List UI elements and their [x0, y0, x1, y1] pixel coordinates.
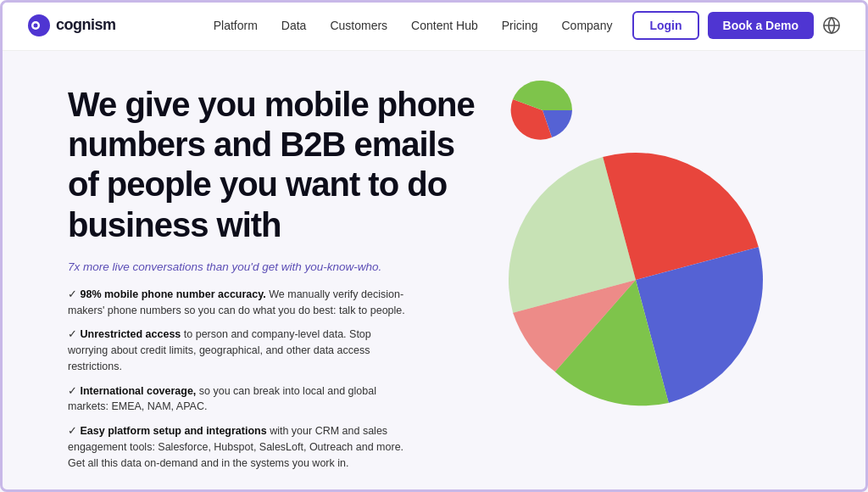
feature-item-4: ✓ Easy platform setup and integrations w…: [68, 423, 407, 471]
hero-tagline: 7x more live conversations than you'd ge…: [68, 260, 475, 273]
nav-actions: Login Book a Demo: [632, 11, 841, 40]
feature-bold-3: International coverage,: [80, 385, 196, 397]
feature-item-1: ✓ 98% mobile phone number accuracy. We m…: [68, 287, 407, 319]
main-content: We give you mobile phone numbers and B2B…: [0, 51, 868, 492]
tagline-text: 7x more live conversations than you'd ge…: [68, 260, 381, 273]
feature-bold-2: Unrestricted access: [80, 328, 181, 340]
nav-item-company[interactable]: Company: [562, 18, 613, 33]
nav-link-platform[interactable]: Platform: [214, 19, 258, 32]
feature-checkmark-1: ✓: [68, 288, 80, 300]
nav-link-content-hub[interactable]: Content Hub: [411, 19, 478, 32]
nav-links: Platform Data Customers Content Hub Pric…: [214, 18, 613, 33]
page-wrapper: cognism Platform Data Customers Content …: [0, 0, 868, 492]
large-decorative-shape: [459, 103, 812, 456]
nav-link-pricing[interactable]: Pricing: [502, 19, 538, 32]
nav-link-company[interactable]: Company: [562, 19, 613, 32]
right-decorative-area: [475, 85, 817, 492]
logo-icon: [27, 14, 51, 37]
svg-point-2: [34, 23, 38, 27]
globe-icon[interactable]: [822, 16, 841, 35]
nav-link-data[interactable]: Data: [281, 19, 307, 32]
feature-bold-1: 98% mobile phone number accuracy.: [80, 288, 265, 300]
nav-item-data[interactable]: Data: [281, 18, 307, 33]
feature-bold-4: Easy platform setup and integrations: [80, 425, 266, 437]
feature-checkmark-2: ✓: [68, 328, 80, 340]
nav-item-pricing[interactable]: Pricing: [502, 18, 538, 33]
feature-item-2: ✓ Unrestricted access to person and comp…: [68, 327, 407, 374]
hero-heading: We give you mobile phone numbers and B2B…: [68, 85, 475, 245]
nav-item-content-hub[interactable]: Content Hub: [411, 18, 478, 33]
pie-chart-small: [509, 76, 576, 144]
feature-checkmark-3: ✓: [68, 385, 80, 397]
navigation: cognism Platform Data Customers Content …: [0, 0, 868, 51]
book-demo-nav-button[interactable]: Book a Demo: [708, 12, 814, 39]
feature-item-3: ✓ International coverage, so you can bre…: [68, 383, 407, 416]
feature-checkmark-4: ✓: [68, 425, 80, 437]
nav-item-customers[interactable]: Customers: [330, 18, 387, 33]
features-list: ✓ 98% mobile phone number accuracy. We m…: [68, 287, 475, 472]
left-column: We give you mobile phone numbers and B2B…: [68, 85, 475, 492]
nav-link-customers[interactable]: Customers: [330, 19, 387, 32]
nav-item-platform[interactable]: Platform: [214, 18, 258, 33]
login-button[interactable]: Login: [632, 11, 698, 40]
brand-name: cognism: [56, 16, 116, 34]
logo-area: cognism: [27, 14, 116, 37]
